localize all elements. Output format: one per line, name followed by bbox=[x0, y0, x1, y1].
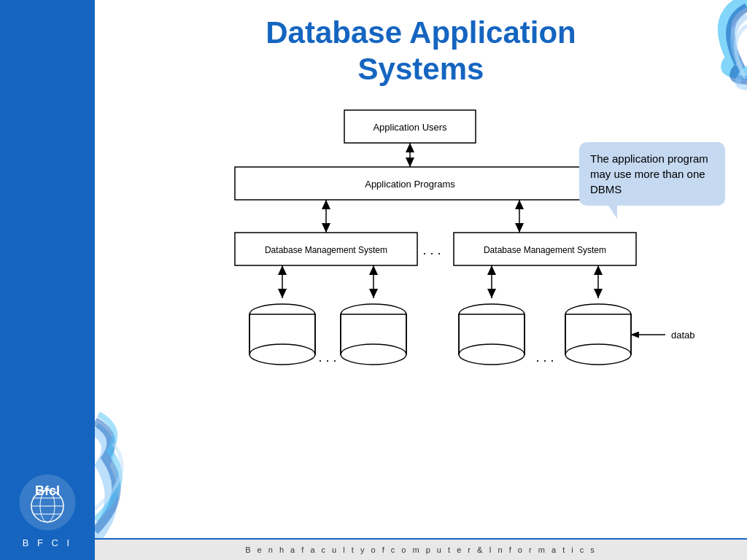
svg-marker-11 bbox=[406, 158, 414, 167]
svg-marker-36 bbox=[594, 289, 603, 298]
svg-point-53 bbox=[459, 344, 525, 365]
page-title: Database Application Systems bbox=[95, 0, 747, 96]
svg-marker-33 bbox=[487, 289, 496, 298]
title-line1: Database Application bbox=[266, 15, 576, 50]
svg-marker-18 bbox=[515, 200, 524, 209]
title-line2: Systems bbox=[358, 52, 484, 86]
svg-marker-37 bbox=[594, 265, 603, 275]
svg-text:. . .: . . . bbox=[422, 243, 441, 257]
svg-text:. . .: . . . bbox=[318, 350, 336, 365]
svg-text:Application Users: Application Users bbox=[373, 122, 447, 133]
svg-marker-16 bbox=[322, 223, 330, 233]
svg-marker-19 bbox=[515, 223, 524, 233]
svg-marker-27 bbox=[278, 265, 287, 275]
bottom-bar-text: B e n h a f a c u l t y o f c o m p u t … bbox=[245, 545, 597, 554]
callout-bubble: The application program may use more tha… bbox=[579, 142, 725, 206]
svg-text:Application Programs: Application Programs bbox=[365, 179, 455, 190]
svg-marker-29 bbox=[369, 289, 378, 298]
bottom-bar: B e n h a f a c u l t y o f c o m p u t … bbox=[95, 538, 747, 560]
svg-text:Database Management System: Database Management System bbox=[265, 245, 387, 255]
swoosh-bottom-left-icon bbox=[95, 407, 212, 538]
svg-text:. . .: . . . bbox=[535, 350, 554, 365]
callout-text: The application program may use more tha… bbox=[590, 152, 708, 195]
sidebar-label: B F C I bbox=[23, 537, 72, 548]
svg-text:BfcI: BfcI bbox=[35, 483, 60, 498]
svg-text:database: database bbox=[671, 330, 694, 341]
svg-marker-10 bbox=[406, 143, 414, 152]
svg-point-43 bbox=[249, 344, 315, 365]
svg-marker-30 bbox=[369, 265, 378, 275]
svg-marker-26 bbox=[278, 289, 287, 298]
main-content: Database Application Systems The applica… bbox=[95, 0, 747, 538]
sidebar: BfcI B F C I bbox=[0, 0, 95, 560]
logo-icon: BfcI bbox=[18, 473, 77, 532]
svg-point-58 bbox=[565, 344, 631, 365]
svg-marker-34 bbox=[487, 265, 496, 275]
svg-point-48 bbox=[341, 344, 406, 365]
svg-marker-15 bbox=[322, 200, 330, 209]
svg-text:Database Management System: Database Management System bbox=[484, 245, 606, 255]
